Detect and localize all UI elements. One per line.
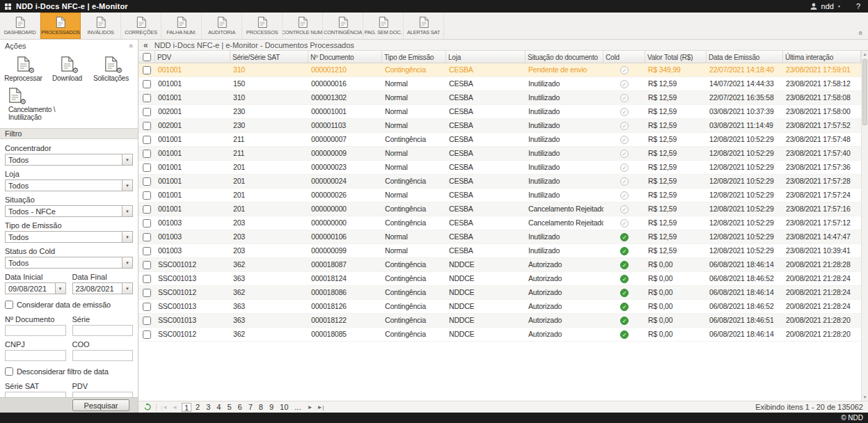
action-reprocessar[interactable]: ⚙Reprocessar	[1, 54, 45, 85]
situacao-select[interactable]: Todos - NFCe▼	[5, 205, 133, 217]
date-initial-picker[interactable]: 09/08/2021 ▼	[5, 282, 66, 294]
table-row[interactable]: 001003203000000000ContingênciaCESBACance…	[139, 216, 861, 230]
tab-contingencia[interactable]: CONTINGÊNCIA	[323, 13, 363, 39]
table-row[interactable]: SSC001013363000018124ContingênciaNDDCEAu…	[139, 272, 861, 286]
tipo-de-emissao-select[interactable]: Todos▼	[5, 231, 133, 243]
table-row[interactable]: 001001201000000026NormalCESBAInutilizado…	[139, 189, 861, 202]
serie-input[interactable]	[72, 325, 134, 336]
row-checkbox[interactable]	[139, 189, 155, 202]
table-row[interactable]: SSC001013363000018126ContingênciaNDDCEAu…	[139, 300, 861, 314]
table-row[interactable]: SSC001012362000018087ContingênciaNDDCEAu…	[139, 258, 861, 272]
page-button-4[interactable]: 4	[214, 403, 223, 411]
last-page-button[interactable]: ►|	[317, 404, 324, 410]
column-header-tipo-de-emissao[interactable]: Tipo de Emissão	[382, 51, 446, 63]
tab-processados[interactable]: PROCESSADOS	[40, 13, 81, 39]
page-button-10[interactable]: 10	[278, 403, 290, 411]
tab-dashboard[interactable]: DASHBOARD	[0, 13, 40, 39]
column-header-loja[interactable]: Loja	[446, 51, 526, 63]
help-button[interactable]: ?	[853, 2, 863, 10]
table-row[interactable]: 001003203000000099NormalCESBAInutilizado…	[139, 244, 861, 258]
table-row[interactable]: 001003203000000106NormalCESBAInutilizado…	[139, 230, 861, 244]
column-header-valor-total-r[interactable]: Valor Total (R$)	[645, 51, 707, 63]
concentrador-select[interactable]: Todos▼	[5, 154, 133, 166]
column-header-n-documento[interactable]: Nº Documento	[308, 51, 382, 63]
collapse-ribbon-icon[interactable]: «	[856, 31, 864, 35]
page-button-7[interactable]: 7	[246, 403, 255, 411]
row-checkbox[interactable]	[139, 202, 155, 216]
column-header-serie-serie-sat[interactable]: Série/Série SAT	[230, 51, 308, 63]
action-download[interactable]: ⚙Download	[45, 54, 89, 85]
refresh-icon[interactable]	[143, 403, 152, 411]
app-grid-icon[interactable]	[5, 3, 11, 10]
select-all-checkbox[interactable]	[139, 51, 155, 63]
next-page-button[interactable]: ►	[307, 404, 313, 410]
user-menu[interactable]: ndd ▼	[810, 2, 841, 10]
page-button-3[interactable]: 3	[204, 403, 212, 411]
loja-select[interactable]: Todos▼	[5, 179, 133, 191]
tab-controle-num[interactable]: CONTROLE NUM.	[283, 13, 323, 39]
table-row[interactable]: 001001310000001210ContingênciaCESBAPende…	[139, 63, 861, 77]
documento-input[interactable]	[5, 325, 66, 336]
column-header-cold[interactable]: Cold	[603, 51, 645, 63]
page-button-2[interactable]: 2	[194, 403, 202, 411]
tab-pag-sem-doc[interactable]: PAG. SEM DOC.	[363, 13, 404, 39]
cnpj-input[interactable]	[5, 350, 66, 361]
table-row[interactable]: 001001201000000024ContingênciaCESBAInuti…	[139, 175, 861, 189]
coo-input[interactable]	[72, 350, 134, 361]
vertical-scrollbar[interactable]: ▲ ▼	[861, 51, 868, 401]
ignore-date-filter-checkbox[interactable]: Desconsiderar filtro de data	[5, 367, 133, 376]
table-row[interactable]: 001001201000000000ContingênciaCESBACance…	[139, 202, 861, 216]
checkbox[interactable]	[5, 301, 13, 309]
row-checkbox[interactable]	[139, 300, 155, 313]
date-final-picker[interactable]: 23/08/2021 ▼	[72, 282, 134, 294]
column-header-ultima-interacao[interactable]: Última interação	[783, 51, 861, 63]
page-button-9[interactable]: 9	[267, 403, 276, 411]
pdv-input[interactable]	[72, 392, 134, 397]
collapse-actions-icon[interactable]: «	[127, 44, 134, 48]
row-checkbox[interactable]	[139, 147, 155, 160]
serie-sat-input[interactable]	[5, 392, 66, 397]
first-page-button[interactable]: |◄	[161, 404, 168, 410]
scrollbar-thumb[interactable]	[862, 59, 867, 125]
column-header-data-de-emissao[interactable]: Data de Emissão	[707, 51, 783, 63]
row-checkbox[interactable]	[139, 175, 155, 188]
row-checkbox[interactable]	[139, 91, 155, 104]
page-button-5[interactable]: 5	[225, 403, 233, 411]
row-checkbox[interactable]	[139, 272, 155, 285]
tab-invalidos[interactable]: INVÁLIDOS	[81, 13, 121, 39]
tab-auditoria[interactable]: AUDITORIA	[202, 13, 242, 39]
table-row[interactable]: 001001201000000023NormalCESBAInutilizado…	[139, 161, 861, 175]
row-checkbox[interactable]	[139, 216, 155, 230]
row-checkbox[interactable]	[139, 286, 155, 299]
row-checkbox[interactable]	[139, 328, 155, 341]
column-header-pdv[interactable]: PDV	[155, 51, 230, 63]
page-button-8[interactable]: 8	[257, 403, 265, 411]
table-row[interactable]: SSC001012362000018085ContingênciaNDDCEAu…	[139, 328, 861, 342]
consider-emission-date-checkbox[interactable]: Considerar data de emissão	[5, 301, 133, 309]
scroll-up-icon[interactable]: ▲	[862, 52, 868, 56]
table-row[interactable]: 001001211000000009NormalCESBAInutilizado…	[139, 147, 861, 161]
action-solicitacoes[interactable]: ⚙Solicitações	[89, 54, 133, 85]
tab-falha-num[interactable]: FALHA NUM.	[161, 13, 202, 39]
collapse-sidebar-icon[interactable]: «	[143, 40, 148, 50]
table-row[interactable]: SSC001013363000018122ContingênciaNDDCEAu…	[139, 314, 861, 328]
row-checkbox[interactable]	[139, 161, 155, 174]
column-header-situacao-do-documento[interactable]: Situação do documento	[526, 51, 603, 63]
row-checkbox[interactable]	[139, 77, 155, 90]
status-do-cold-select[interactable]: Todos▼	[5, 257, 133, 269]
tab-correcoes[interactable]: CORREÇÕES	[121, 13, 161, 39]
row-checkbox[interactable]	[139, 244, 155, 257]
page-button-1[interactable]: 1	[182, 403, 191, 412]
row-checkbox[interactable]	[139, 119, 155, 132]
table-row[interactable]: 002001230000001103NormalCESBAInutilizado…	[139, 119, 861, 133]
action-cancelamento-inutilizacao[interactable]: ⚙Cancelamento \ Inutilização	[1, 85, 63, 124]
page-button-6[interactable]: 6	[236, 403, 244, 411]
checkbox[interactable]	[5, 367, 13, 376]
row-checkbox[interactable]	[139, 105, 155, 118]
table-row[interactable]: 001001211000000007ContingênciaCESBAInuti…	[139, 133, 861, 147]
table-row[interactable]: 001001310000001302NormalCESBAInutilizado…	[139, 91, 861, 105]
table-row[interactable]: 002001230000001001NormalCESBAInutilizado…	[139, 105, 861, 119]
table-row[interactable]: 001001150000000016NormalCESBAInutilizado…	[139, 77, 861, 91]
row-checkbox[interactable]	[139, 314, 155, 327]
row-checkbox[interactable]	[139, 230, 155, 244]
